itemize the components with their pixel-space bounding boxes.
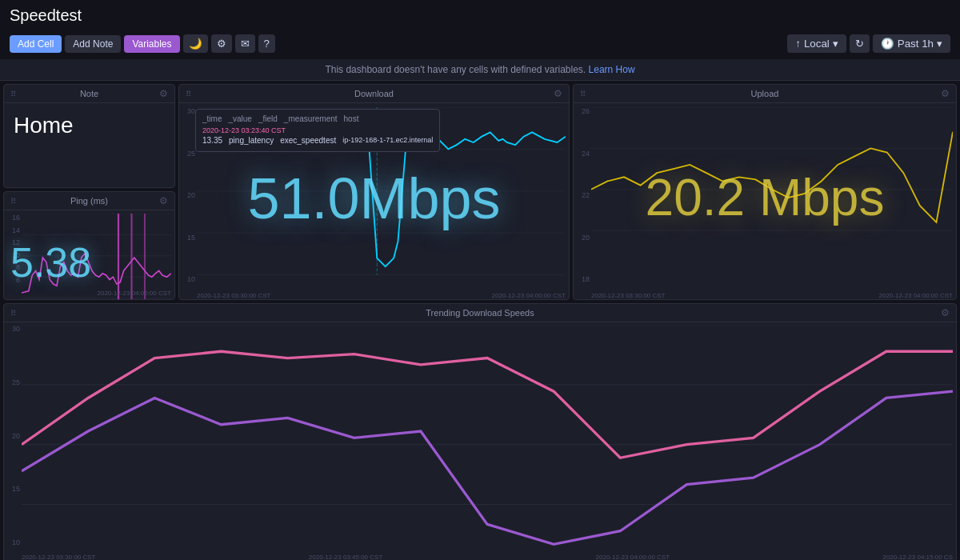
learn-how-link[interactable]: Learn How [589,64,635,75]
time-range-label: Past 1h [898,38,934,50]
upload-drag-handle: ⠿ [580,90,586,98]
ping-big-value: 5.38 [10,238,91,286]
toolbar: Add Cell Add Note Variables 🌙 ⚙ ✉ ? ↑ Lo… [10,31,950,56]
download-drag-handle: ⠿ [186,90,191,98]
info-message: This dashboard doesn't have any cells wi… [325,64,586,75]
trending-drag-handle: ⠿ [10,309,16,318]
trending-x-axis: 2020-12-23 03:30:00 CST 2020-12-23 03:45… [22,554,953,560]
dark-mode-button[interactable]: 🌙 [183,34,208,53]
download-y-axis: 30 25 20 15 10 [179,107,197,283]
bottom-row: ⠿ Trending Download Speeds ⚙ 30 25 20 15… [3,303,957,560]
upload-cell: ⠿ Upload ⚙ 20.2 Mbps 26 24 22 20 18 [573,84,957,300]
upload-big-value: 20.2 Mbps [646,168,885,227]
app-header: Speedtest Add Cell Add Note Variables 🌙 … [0,0,960,59]
info-bar: This dashboard doesn't have any cells wi… [0,59,960,81]
clock-icon: 🕐 [881,38,894,50]
trending-cell: ⠿ Trending Download Speeds ⚙ 30 25 20 15… [3,303,957,560]
local-label: Local [804,38,830,50]
add-note-button[interactable]: Add Note [65,35,121,53]
left-col: ⠿ Note ⚙ Home ⠿ Ping (ms) ⚙ 5.38 [3,84,175,300]
note-drag-handle: ⠿ [10,90,16,98]
chevron-down-icon2: ▾ [937,38,942,50]
upload-x-axis: 2020-12-23 03:30:00 CST 2020-12-23 04:00… [591,292,953,299]
local-button[interactable]: ↑ Local ▾ [787,34,846,53]
dashboard: ⠿ Note ⚙ Home ⠿ Ping (ms) ⚙ 5.38 [0,81,960,560]
add-cell-button[interactable]: Add Cell [10,35,62,53]
download-cell-title: Download [354,89,394,98]
mail-button[interactable]: ✉ [235,34,255,53]
top-row: ⠿ Note ⚙ Home ⠿ Ping (ms) ⚙ 5.38 [3,84,957,300]
ping-x-axis: 2020-12-23 04:00:00 CST [22,290,171,297]
ping-chart-container: 5.38 16 14 12 10 8 6 [4,210,174,297]
ping-cell-title: Ping (ms) [70,196,108,206]
note-cell-header: ⠿ Note ⚙ [4,85,174,103]
note-cell: ⠿ Note ⚙ Home [3,84,175,188]
upload-cell-title: Upload [751,89,779,98]
arrow-up-icon: ↑ [795,38,801,50]
trending-cell-title: Trending Download Speeds [426,308,534,318]
download-tooltip: _time _value _field _measurement host 20… [195,109,440,152]
upload-cell-header: ⠿ Upload ⚙ [574,85,956,103]
help-button[interactable]: ? [258,34,275,53]
variables-button[interactable]: Variables [124,35,179,53]
settings-icon-button[interactable]: ⚙ [211,34,232,53]
note-cell-content: Home [4,103,174,148]
download-x-axis: 2020-12-23 03:30:00 CST 2020-12-23 04:00… [197,292,566,299]
download-big-value: 51.0Mbps [247,166,500,231]
download-cell-header: ⠿ Download ⚙ [179,85,569,103]
tooltip-time-value: 2020-12-23 03:23:40 CST [202,126,286,134]
app-title: Speedtest [10,6,950,25]
time-range-button[interactable]: 🕐 Past 1h ▾ [873,34,950,53]
trending-cell-gear[interactable]: ⚙ [941,307,950,318]
upload-cell-gear[interactable]: ⚙ [941,88,950,99]
tooltip-data-row: 2020-12-23 03:23:40 CST [202,126,433,134]
note-cell-gear[interactable]: ⚙ [159,88,168,99]
ping-cell-header: ⠿ Ping (ms) ⚙ [4,192,174,210]
trending-y-axis: 30 25 20 15 10 [4,325,22,546]
ping-drag-handle: ⠿ [10,197,16,206]
ping-cell-gear[interactable]: ⚙ [159,195,168,206]
trending-chart-svg [22,325,953,546]
tooltip-values-row: 13.35 ping_latency exec_speedtest ip-192… [202,136,433,145]
tooltip-header-row: _time _value _field _measurement host [202,114,433,123]
refresh-button[interactable]: ↻ [850,34,870,53]
note-cell-title: Note [80,89,98,98]
app-container: Speedtest Add Cell Add Note Variables 🌙 … [0,0,960,560]
ping-cell: ⠿ Ping (ms) ⚙ 5.38 16 14 12 10 8 [3,191,175,300]
download-cell: ⠿ Download ⚙ _time _value _field _measur… [178,84,570,300]
upload-y-axis: 26 24 22 20 18 [574,107,591,283]
chevron-down-icon: ▾ [833,38,838,50]
download-cell-gear[interactable]: ⚙ [554,88,562,99]
trending-cell-header: ⠿ Trending Download Speeds ⚙ [4,304,956,322]
